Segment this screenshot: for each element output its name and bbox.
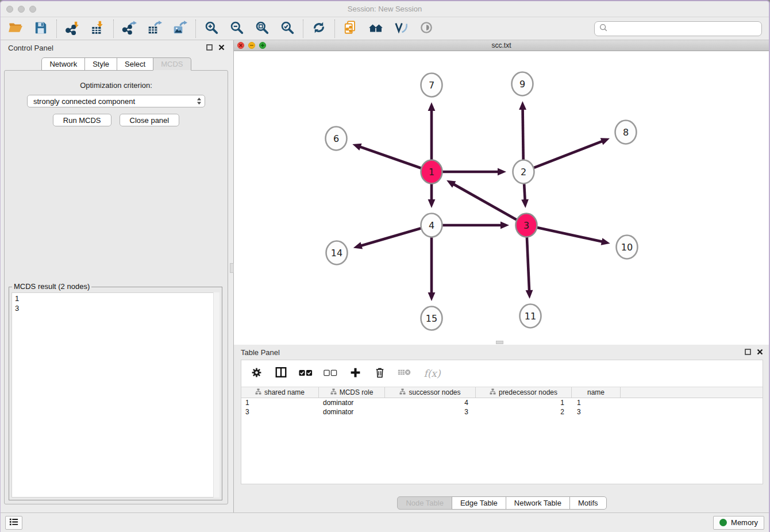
zoom-out-button[interactable] <box>229 21 245 37</box>
network-zoom-button[interactable] <box>259 42 266 49</box>
result-item[interactable]: 3 <box>15 303 216 313</box>
float-panel-icon[interactable] <box>206 43 213 53</box>
control-panel-header: Control Panel <box>1 40 232 55</box>
graph-node-9[interactable]: 9 <box>512 72 533 96</box>
tab-edge-table[interactable]: Edge Table <box>452 496 506 510</box>
memory-button[interactable]: Memory <box>713 516 764 530</box>
zoom-fit-button[interactable] <box>254 21 270 37</box>
toolbar-separator <box>195 20 196 38</box>
graph-edge-3-10[interactable] <box>537 228 610 245</box>
search-box[interactable] <box>594 21 762 36</box>
result-scrollbar[interactable] <box>213 292 220 498</box>
graph-edge-1-2[interactable] <box>442 168 506 176</box>
tab-mcds[interactable]: MCDS <box>153 57 191 71</box>
home-button[interactable] <box>368 21 384 37</box>
mcds-result-list[interactable]: 13 <box>11 292 220 498</box>
select-all-rows-button[interactable] <box>299 367 313 380</box>
table-row[interactable]: 3dominator323 <box>241 407 763 417</box>
table-cell: 1 <box>241 399 319 407</box>
float-panel-icon[interactable] <box>745 347 751 357</box>
toolbar-separator <box>334 20 335 38</box>
graph-node-14[interactable]: 14 <box>326 241 348 265</box>
export-image-button[interactable] <box>172 21 188 37</box>
tab-style[interactable]: Style <box>84 57 117 71</box>
graph-node-15[interactable]: 15 <box>421 307 442 330</box>
network-minimize-button[interactable] <box>248 42 255 49</box>
delete-row-button[interactable] <box>373 367 387 380</box>
graph-edge-1-6[interactable] <box>352 144 421 168</box>
optimization-criterion-label: Optimization criterion: <box>5 81 228 90</box>
network-canvas[interactable]: 7968124314101511 <box>234 51 769 341</box>
graph-node-1[interactable]: 1 <box>421 160 442 184</box>
result-item[interactable]: 1 <box>15 294 216 303</box>
graph-edge-2-9[interactable] <box>519 101 526 161</box>
graph-edge-4-14[interactable] <box>353 228 421 249</box>
export-network-button[interactable] <box>121 21 137 37</box>
splitter-handle[interactable] <box>230 263 234 273</box>
graph-node-3[interactable]: 3 <box>516 214 537 237</box>
tab-select[interactable]: Select <box>117 57 153 71</box>
tab-network-table[interactable]: Network Table <box>506 496 570 510</box>
graph-node-2[interactable]: 2 <box>513 160 534 184</box>
tab-node-table[interactable]: Node Table <box>397 496 452 510</box>
graph-edge-2-3[interactable] <box>521 183 529 208</box>
splitter-handle[interactable] <box>496 341 503 344</box>
close-window-button[interactable] <box>6 6 13 13</box>
close-panel-button[interactable]: Close panel <box>120 114 180 126</box>
import-network-button[interactable] <box>64 21 80 37</box>
close-panel-icon[interactable] <box>757 347 763 357</box>
graph-edge-2-8[interactable] <box>534 138 610 168</box>
gear-icon <box>251 367 263 381</box>
close-panel-icon[interactable] <box>218 43 225 53</box>
graph-node-6[interactable]: 6 <box>326 127 347 151</box>
split-view-button[interactable] <box>274 367 288 380</box>
zoom-selected-button[interactable] <box>279 21 295 37</box>
duplicate-network-button[interactable] <box>342 21 359 37</box>
function-builder-button[interactable]: f(x) <box>422 367 442 380</box>
deselect-all-rows-button[interactable] <box>324 367 337 380</box>
table-settings-button[interactable] <box>249 367 263 380</box>
column-header-predecessor-nodes[interactable]: predecessor nodes <box>476 387 572 398</box>
checked-boxes-icon <box>299 368 313 379</box>
horizontal-splitter[interactable] <box>234 341 769 345</box>
export-table-button[interactable] <box>147 21 163 37</box>
column-header-shared-name[interactable]: shared name <box>241 387 319 398</box>
graph-edge-4-15[interactable] <box>428 236 436 301</box>
graph-node-10[interactable]: 10 <box>617 236 638 259</box>
column-header-mcds-role[interactable]: MCDS role <box>319 387 385 398</box>
graph-node-11[interactable]: 11 <box>520 304 541 328</box>
search-input[interactable] <box>610 24 757 33</box>
zoom-fit-icon <box>255 20 270 37</box>
graph-edge-3-1[interactable] <box>446 180 517 220</box>
graph-edge-4-3[interactable] <box>442 222 509 229</box>
tab-network[interactable]: Network <box>41 57 85 71</box>
table-row[interactable]: 1dominator411 <box>241 398 763 407</box>
graph-edge-1-4[interactable] <box>428 183 436 208</box>
column-header-name[interactable]: name <box>572 387 621 398</box>
open-session-button[interactable] <box>7 21 24 37</box>
graph-edge-1-7[interactable] <box>428 102 436 161</box>
zoom-window-button[interactable] <box>29 6 36 13</box>
add-row-button[interactable] <box>348 367 362 380</box>
import-table-button[interactable] <box>90 21 106 37</box>
column-header-successor-nodes[interactable]: successor nodes <box>385 387 476 398</box>
criterion-dropdown[interactable]: strongly connected component <box>27 95 205 107</box>
run-mcds-button[interactable]: Run MCDS <box>53 114 111 126</box>
minimize-window-button[interactable] <box>18 6 25 13</box>
refresh-view-button[interactable] <box>311 21 327 37</box>
zoom-in-button[interactable] <box>203 21 220 37</box>
delete-table-button[interactable] <box>398 367 411 380</box>
tab-motifs[interactable]: Motifs <box>569 496 607 510</box>
network-close-button[interactable] <box>237 42 244 49</box>
hide-details-button[interactable] <box>418 21 434 37</box>
graph-node-4[interactable]: 4 <box>421 214 442 237</box>
graph-node-8[interactable]: 8 <box>615 121 637 144</box>
table-cell: 4 <box>385 399 476 407</box>
apply-style-button[interactable] <box>393 21 409 37</box>
network-graph[interactable]: 7968124314101511 <box>234 51 769 341</box>
task-history-button[interactable] <box>5 516 22 530</box>
save-session-button[interactable] <box>33 21 49 37</box>
graph-edge-3-11[interactable] <box>526 236 533 299</box>
graph-node-7[interactable]: 7 <box>421 74 442 97</box>
svg-text:11: 11 <box>525 311 536 322</box>
